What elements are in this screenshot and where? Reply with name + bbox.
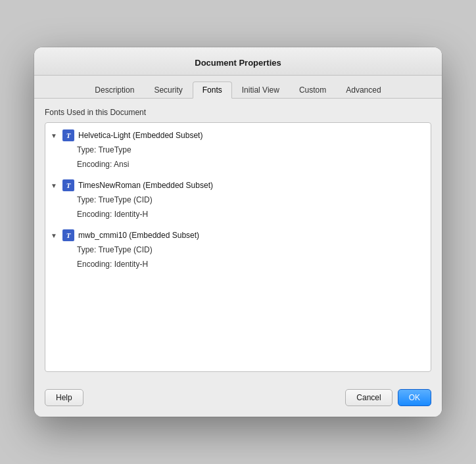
tab-description[interactable]: Description (85, 81, 144, 99)
font-detail-type: Type: TrueType (CID) (77, 195, 425, 204)
tab-advanced[interactable]: Advanced (336, 81, 391, 99)
font-details: Type: TrueType (CID) Encoding: Identity-… (51, 195, 425, 219)
tabs-bar: Description Security Fonts Initial View … (34, 76, 442, 99)
section-label: Fonts Used in this Document (45, 108, 431, 117)
fonts-panel: ▼ T Helvetica-Light (Embedded Subset) Ty… (45, 122, 431, 372)
help-button[interactable]: Help (45, 389, 83, 406)
tab-custom[interactable]: Custom (289, 81, 336, 99)
font-detail-encoding: Encoding: Identity-H (77, 210, 425, 219)
chevron-icon[interactable]: ▼ (51, 232, 59, 239)
font-header: ▼ T mwb_cmmi10 (Embedded Subset) (51, 229, 425, 241)
font-entry: ▼ T mwb_cmmi10 (Embedded Subset) Type: T… (51, 229, 425, 269)
font-details: Type: TrueType (CID) Encoding: Identity-… (51, 245, 425, 269)
chevron-icon[interactable]: ▼ (51, 132, 59, 139)
document-properties-dialog: Document Properties Description Security… (34, 47, 442, 417)
font-detail-encoding: Encoding: Ansi (77, 160, 425, 169)
cancel-button[interactable]: Cancel (345, 389, 392, 406)
font-name: mwb_cmmi10 (Embedded Subset) (78, 231, 199, 240)
font-name: TimesNewRoman (Embedded Subset) (78, 181, 213, 190)
font-name: Helvetica-Light (Embedded Subset) (78, 131, 202, 140)
font-entry: ▼ T Helvetica-Light (Embedded Subset) Ty… (51, 129, 425, 169)
font-icon: T (62, 229, 74, 241)
font-details: Type: TrueType Encoding: Ansi (51, 145, 425, 169)
font-entry: ▼ T TimesNewRoman (Embedded Subset) Type… (51, 179, 425, 219)
dialog-title: Document Properties (195, 58, 281, 68)
font-icon: T (62, 129, 74, 141)
font-detail-type: Type: TrueType (CID) (77, 245, 425, 254)
font-detail-type: Type: TrueType (77, 145, 425, 154)
font-header: ▼ T Helvetica-Light (Embedded Subset) (51, 129, 425, 141)
chevron-icon[interactable]: ▼ (51, 182, 59, 189)
ok-button[interactable]: OK (398, 389, 431, 406)
font-detail-encoding: Encoding: Identity-H (77, 260, 425, 269)
title-bar: Document Properties (34, 47, 442, 76)
tab-security[interactable]: Security (144, 81, 192, 99)
font-icon: T (62, 179, 74, 191)
dialog-body: Fonts Used in this Document ▼ T Helvetic… (34, 99, 442, 383)
dialog-footer: Help Cancel OK (34, 383, 442, 417)
tab-initial-view[interactable]: Initial View (232, 81, 289, 99)
font-header: ▼ T TimesNewRoman (Embedded Subset) (51, 179, 425, 191)
tab-fonts[interactable]: Fonts (193, 81, 232, 99)
